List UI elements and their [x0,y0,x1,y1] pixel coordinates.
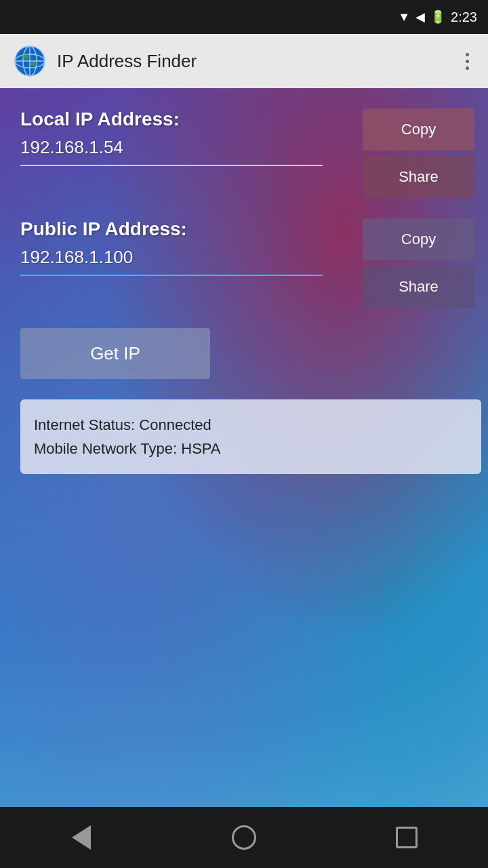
network-type-text: Mobile Network Type: HSPA [34,437,468,460]
navigation-bar [0,807,488,868]
local-ip-copy-button[interactable]: Copy [363,108,474,151]
public-ip-copy-button[interactable]: Copy [363,218,474,260]
battery-icon: 🔋 [430,9,445,24]
wifi-icon: ▼ [398,10,410,24]
local-ip-section: Local IP Address: 192.168.1.54 Copy Shar… [20,108,474,198]
public-ip-left: Public IP Address: 192.168.1.100 [20,218,363,276]
public-ip-value: 192.168.1.100 [20,247,356,272]
public-ip-buttons: Copy Share [363,218,474,308]
local-ip-value: 192.168.1.54 [20,137,356,162]
recent-apps-icon [396,827,418,848]
back-button[interactable] [64,821,98,854]
menu-dot-3 [466,66,469,70]
main-content: Local IP Address: 192.168.1.54 Copy Shar… [0,88,488,807]
app-icon [14,45,46,77]
clock: 2:23 [451,9,477,25]
public-ip-label: Public IP Address: [20,218,356,240]
home-button[interactable] [227,821,261,854]
app-title: IP Address Finder [57,51,460,72]
status-box: Internet Status: Connected Mobile Networ… [20,399,481,474]
internet-status-text: Internet Status: Connected [34,413,468,437]
menu-dot-1 [466,53,469,56]
public-ip-share-button[interactable]: Share [363,266,474,308]
svg-point-7 [30,62,37,66]
get-ip-button[interactable]: Get IP [20,328,210,379]
status-bar: ▼ ◀ 🔋 2:23 [0,0,488,34]
local-ip-left: Local IP Address: 192.168.1.54 [20,108,363,166]
recent-apps-button[interactable] [390,821,424,854]
overflow-menu-button[interactable] [460,47,474,75]
signal-icon: ◀ [415,9,425,24]
local-ip-label: Local IP Address: [20,108,356,130]
local-ip-share-button[interactable]: Share [363,156,474,198]
content-area: Local IP Address: 192.168.1.54 Copy Shar… [0,88,488,807]
local-ip-buttons: Copy Share [363,108,474,198]
svg-point-6 [22,54,30,60]
back-icon [72,825,91,850]
menu-dot-2 [466,60,469,63]
home-icon [232,825,256,850]
status-icons: ▼ ◀ 🔋 2:23 [398,9,477,25]
title-bar: IP Address Finder [0,34,488,88]
get-ip-container: Get IP [20,328,474,379]
public-ip-section: Public IP Address: 192.168.1.100 Copy Sh… [20,218,474,308]
public-ip-underline [20,275,323,276]
local-ip-underline [20,165,323,166]
